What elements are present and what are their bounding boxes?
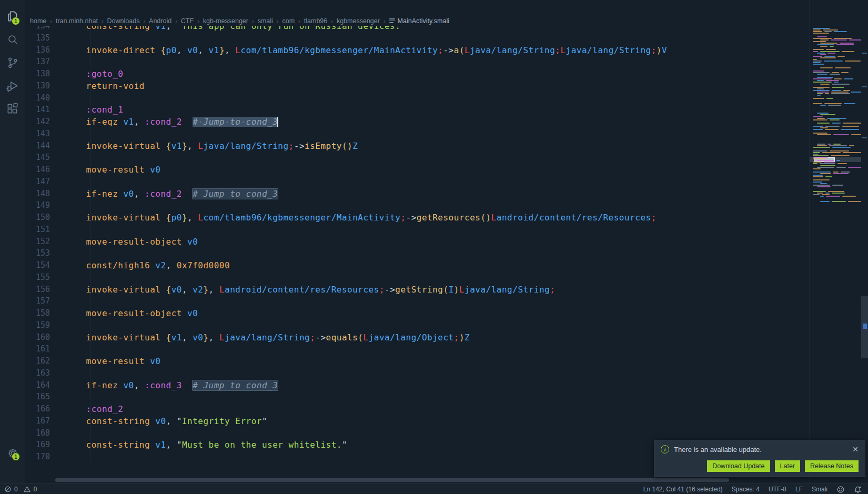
language-mode-indicator[interactable]: Smali bbox=[812, 486, 827, 493]
code-line-144[interactable]: 144 invoke-virtual {v1}, Ljava/lang/Stri… bbox=[25, 140, 809, 152]
activity-bar-item-extensions[interactable] bbox=[0, 97, 25, 121]
code-line-168[interactable]: 168 bbox=[25, 427, 809, 439]
code-line-161[interactable]: 161 bbox=[25, 343, 809, 355]
code-line-148[interactable]: 148 if-nez v0, :cond_2 # Jump to cond_3 bbox=[25, 188, 809, 200]
code-line-147[interactable]: 147 bbox=[25, 176, 809, 188]
code-line-165[interactable]: 165 bbox=[25, 391, 809, 403]
close-icon[interactable]: ✕ bbox=[852, 445, 859, 453]
horizontal-scrollbar-slider[interactable] bbox=[55, 478, 729, 482]
notifications-bell-icon[interactable] bbox=[854, 486, 862, 493]
activity-bar-item-search[interactable] bbox=[0, 27, 25, 52]
code-line-164[interactable]: 164 if-nez v0, :cond_3 # Jump to cond_3 bbox=[25, 379, 809, 391]
code-line-139[interactable]: 139 return-void bbox=[25, 80, 809, 92]
line-number[interactable]: 153 bbox=[25, 247, 50, 259]
breadcrumb-item-file[interactable]: MainActivity.smali bbox=[389, 17, 449, 25]
line-number[interactable]: 155 bbox=[25, 271, 50, 284]
feedback-smiley-icon[interactable] bbox=[836, 486, 845, 493]
code-line-153[interactable]: 153 bbox=[25, 247, 809, 259]
line-number[interactable]: 170 bbox=[25, 451, 50, 461]
code-line-145[interactable]: 145 bbox=[25, 152, 809, 164]
encoding-indicator[interactable]: UTF-8 bbox=[769, 486, 786, 493]
line-number[interactable]: 137 bbox=[25, 56, 50, 68]
editor-pane[interactable]: 134 const-string v1, "This app can only … bbox=[25, 0, 809, 483]
breadcrumb-item[interactable]: Downloads bbox=[107, 17, 140, 25]
code-line-143[interactable]: 143 bbox=[25, 128, 809, 140]
code-line-150[interactable]: 150 invoke-virtual {p0}, Lcom/tlamb96/kg… bbox=[25, 211, 809, 224]
breadcrumb-item[interactable]: Android bbox=[149, 17, 171, 25]
line-number[interactable]: 142 bbox=[25, 116, 50, 128]
line-number[interactable]: 165 bbox=[25, 391, 50, 403]
download-update-button[interactable]: Download Update bbox=[707, 460, 770, 472]
line-number[interactable]: 138 bbox=[25, 68, 50, 80]
line-number[interactable]: 148 bbox=[25, 188, 50, 200]
activity-bar-item-explorer[interactable]: 1 bbox=[0, 4, 25, 28]
code-line-163[interactable]: 163 bbox=[25, 367, 809, 379]
activity-bar-item-run-debug[interactable] bbox=[0, 74, 25, 98]
line-number[interactable]: 150 bbox=[25, 211, 50, 224]
code-line-156[interactable]: 156 invoke-virtual {v0, v2}, Landroid/co… bbox=[25, 284, 809, 296]
line-number[interactable]: 164 bbox=[25, 379, 50, 391]
line-number[interactable]: 144 bbox=[25, 140, 50, 152]
line-number[interactable]: 135 bbox=[25, 32, 50, 44]
code-line-166[interactable]: 166 :cond_2 bbox=[25, 403, 809, 415]
line-number[interactable]: 162 bbox=[25, 355, 50, 367]
code-line-137[interactable]: 137 bbox=[25, 56, 809, 68]
code-line-135[interactable]: 135 bbox=[25, 32, 809, 44]
line-number[interactable]: 147 bbox=[25, 176, 50, 188]
eol-indicator[interactable]: LF bbox=[795, 486, 803, 493]
breadcrumb[interactable]: home›tran.minh.nhat›Downloads›Android›CT… bbox=[25, 16, 868, 26]
code-line-136[interactable]: 136 invoke-direct {p0, v0, v1}, Lcom/tla… bbox=[25, 44, 809, 56]
code-line-160[interactable]: 160 invoke-virtual {v1, v0}, Ljava/lang/… bbox=[25, 331, 809, 344]
code-line-155[interactable]: 155 bbox=[25, 271, 809, 284]
breadcrumb-item[interactable]: tran.minh.nhat bbox=[56, 17, 98, 25]
line-number[interactable]: 161 bbox=[25, 343, 50, 355]
activity-bar-item-source-control[interactable] bbox=[0, 51, 25, 75]
breadcrumb-item[interactable]: tlamb96 bbox=[304, 17, 327, 25]
breadcrumb-item[interactable]: home bbox=[30, 17, 46, 25]
line-number[interactable]: 146 bbox=[25, 164, 50, 176]
line-number[interactable]: 140 bbox=[25, 92, 50, 104]
release-notes-button[interactable]: Release Notes bbox=[805, 460, 859, 472]
line-number[interactable]: 168 bbox=[25, 427, 50, 439]
code-line-154[interactable]: 154 const/high16 v2, 0x7f0d0000 bbox=[25, 259, 809, 271]
code-line-140[interactable]: 140 bbox=[25, 92, 809, 104]
line-number[interactable]: 156 bbox=[25, 284, 50, 296]
line-number[interactable]: 152 bbox=[25, 236, 50, 248]
breadcrumb-item[interactable]: com bbox=[282, 17, 295, 25]
line-number[interactable]: 160 bbox=[25, 331, 50, 344]
breadcrumb-item[interactable]: kgb-messenger bbox=[203, 17, 248, 25]
code-line-162[interactable]: 162 move-result v0 bbox=[25, 355, 809, 367]
code-line-157[interactable]: 157 bbox=[25, 295, 809, 307]
problems-indicator[interactable]: 0 0 bbox=[0, 486, 37, 493]
line-number[interactable]: 149 bbox=[25, 199, 50, 211]
code-line-142[interactable]: 142 if-eqz v1, :cond_2 #·Jump·to·cond_3 bbox=[25, 116, 809, 128]
code-line-149[interactable]: 149 bbox=[25, 199, 809, 211]
line-number[interactable]: 159 bbox=[25, 319, 50, 331]
code-line-141[interactable]: 141 :cond_1 bbox=[25, 104, 809, 116]
later-button[interactable]: Later bbox=[775, 460, 801, 472]
line-number[interactable]: 143 bbox=[25, 128, 50, 140]
line-number[interactable]: 139 bbox=[25, 80, 50, 92]
activity-bar-item-manage[interactable]: 1 bbox=[0, 441, 25, 465]
code-line-159[interactable]: 159 bbox=[25, 319, 809, 331]
code-line-167[interactable]: 167 const-string v0, "Integrity Error" bbox=[25, 415, 809, 427]
code-line-158[interactable]: 158 move-result-object v0 bbox=[25, 307, 809, 319]
line-number[interactable]: 169 bbox=[25, 439, 50, 451]
line-number[interactable]: 151 bbox=[25, 224, 50, 236]
breadcrumb-item[interactable]: kgbmessenger bbox=[337, 17, 380, 25]
code-line-138[interactable]: 138 :goto_0 bbox=[25, 68, 809, 80]
line-number[interactable]: 157 bbox=[25, 295, 50, 307]
line-number[interactable]: 154 bbox=[25, 259, 50, 271]
code-area[interactable]: 134 const-string v1, "This app can only … bbox=[25, 0, 809, 461]
line-number[interactable]: 166 bbox=[25, 403, 50, 415]
line-number[interactable]: 145 bbox=[25, 152, 50, 164]
line-number[interactable]: 163 bbox=[25, 367, 50, 379]
breadcrumb-item[interactable]: CTF bbox=[181, 17, 194, 25]
breadcrumb-item[interactable]: smali bbox=[258, 17, 273, 25]
code-line-146[interactable]: 146 move-result v0 bbox=[25, 164, 809, 176]
code-line-151[interactable]: 151 bbox=[25, 224, 809, 236]
line-number[interactable]: 141 bbox=[25, 104, 50, 116]
indentation-indicator[interactable]: Spaces: 4 bbox=[732, 486, 760, 493]
cursor-position-indicator[interactable]: Ln 142, Col 41 (16 selected) bbox=[643, 486, 723, 493]
line-number[interactable]: 136 bbox=[25, 44, 50, 56]
